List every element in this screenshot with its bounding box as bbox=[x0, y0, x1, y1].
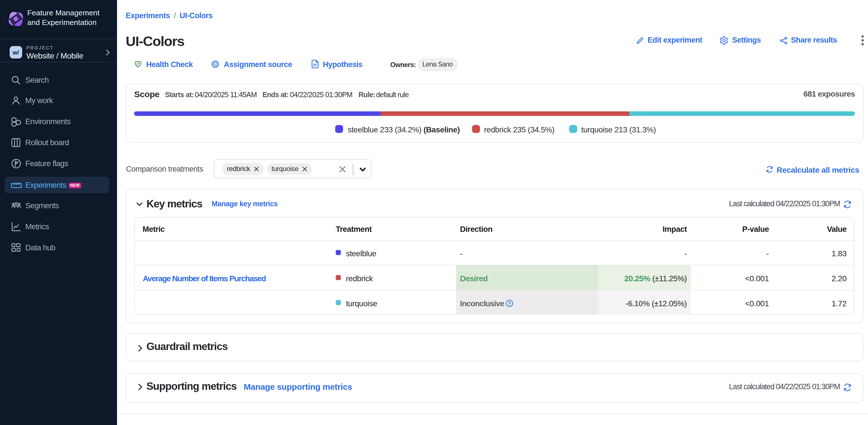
svg-text:?: ? bbox=[508, 301, 511, 306]
